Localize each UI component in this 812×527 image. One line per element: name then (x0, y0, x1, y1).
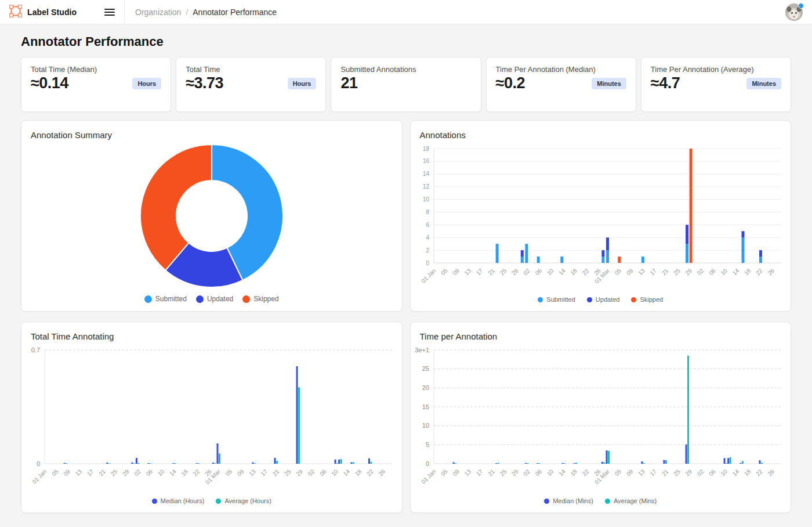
svg-text:0: 0 (425, 460, 429, 467)
svg-text:14: 14 (731, 267, 740, 276)
legend-label: Median (Hours) (161, 497, 205, 504)
legend-label: Average (Mins) (614, 497, 657, 504)
legend-dot (216, 499, 221, 504)
svg-text:21: 21 (487, 468, 496, 477)
svg-text:05: 05 (440, 468, 449, 477)
time-per-annotation-chart[interactable]: 05101520253e+101 Jan05091317212529020610… (411, 322, 792, 514)
breadcrumb: Organization / Annotator Performance (135, 8, 277, 17)
legend-item-skipped[interactable]: Skipped (242, 295, 278, 303)
user-avatar[interactable] (785, 3, 804, 21)
stat-label: Time Per Annotation (Median) (496, 65, 626, 74)
svg-text:25: 25 (498, 267, 507, 276)
svg-text:26: 26 (378, 468, 387, 477)
breadcrumb-organization[interactable]: Organization (135, 8, 181, 17)
stat-time-per-annotation-average: Time Per Annotation (Average) ≈4.7Minute… (641, 57, 791, 112)
annotation-summary-donut-chart[interactable] (21, 121, 403, 312)
breadcrumb-separator: / (186, 8, 188, 17)
legend-item-skipped[interactable]: Skipped (631, 296, 663, 303)
svg-text:05: 05 (613, 267, 622, 276)
unit-badge: Hours (288, 78, 317, 89)
svg-text:21: 21 (660, 267, 669, 276)
svg-text:05: 05 (224, 468, 234, 477)
svg-text:10: 10 (422, 196, 429, 203)
stat-label: Total Time (186, 65, 316, 74)
svg-text:17: 17 (474, 468, 484, 477)
legend-item-submitted[interactable]: Submitted (144, 295, 187, 303)
svg-text:10: 10 (719, 468, 728, 477)
svg-text:29: 29 (121, 468, 130, 477)
svg-text:02: 02 (133, 468, 142, 477)
svg-text:17: 17 (259, 468, 269, 477)
svg-text:02: 02 (695, 468, 705, 477)
legend-dot (587, 297, 592, 302)
brand-name: Label Studio (27, 8, 77, 17)
svg-text:25: 25 (672, 468, 682, 477)
legend-dot (631, 297, 636, 302)
svg-text:22: 22 (365, 468, 375, 477)
svg-text:14: 14 (342, 468, 351, 477)
legend-item-submitted[interactable]: Submitted (538, 296, 575, 303)
legend-item-average-hours-[interactable]: Average (Hours) (216, 497, 271, 504)
legend-dot (242, 295, 250, 303)
svg-text:02: 02 (522, 267, 531, 276)
svg-text:01 Jan: 01 Jan (420, 268, 437, 284)
svg-text:13: 13 (74, 468, 84, 477)
svg-text:29: 29 (510, 267, 519, 276)
topbar-left: Label Studio (0, 0, 125, 24)
svg-text:17: 17 (648, 468, 658, 477)
svg-text:25: 25 (110, 468, 119, 477)
unit-badge: Minutes (592, 78, 626, 89)
svg-text:2: 2 (426, 247, 429, 254)
legend-item-updated[interactable]: Updated (196, 295, 233, 303)
svg-text:22: 22 (192, 468, 201, 477)
charts-grid: Annotation Summary SubmittedUpdatedSkipp… (21, 120, 791, 513)
brand[interactable]: Label Studio (9, 5, 77, 20)
total-time-legend: Median (Hours)Average (Hours) (21, 497, 402, 504)
legend-label: Average (Hours) (224, 497, 271, 504)
svg-text:18: 18 (742, 468, 752, 477)
svg-text:25: 25 (672, 267, 682, 276)
top-bar: Label Studio Organization / Annotator Pe… (0, 0, 812, 24)
svg-text:0: 0 (37, 460, 40, 467)
svg-text:09: 09 (625, 267, 634, 276)
svg-text:17: 17 (474, 267, 484, 276)
svg-text:09: 09 (451, 267, 461, 276)
total-time-annotating-card: Total Time Annotating 0.7001 Jan05091317… (21, 322, 403, 513)
svg-text:6: 6 (426, 222, 429, 228)
svg-text:18: 18 (422, 146, 429, 152)
annotations-card: Annotations 02468101214161801 Jan0509131… (410, 120, 792, 312)
svg-text:16: 16 (422, 158, 429, 164)
legend-item-updated[interactable]: Updated (587, 296, 620, 303)
svg-text:10: 10 (719, 267, 728, 276)
stat-total-time-median: Total Time (Median) ≈0.14Hours (21, 57, 171, 112)
svg-text:06: 06 (318, 468, 328, 477)
annotations-bar-chart[interactable]: 02468101214161801 Jan0509131721252902061… (411, 121, 792, 312)
stat-value: ≈4.7 (651, 74, 680, 92)
svg-text:10: 10 (422, 422, 429, 429)
svg-text:13: 13 (637, 468, 646, 477)
svg-text:21: 21 (660, 468, 669, 477)
svg-text:26: 26 (766, 267, 775, 276)
legend-label: Updated (596, 296, 620, 303)
hamburger-menu-button[interactable] (104, 8, 116, 17)
svg-text:10: 10 (330, 468, 339, 477)
stat-time-per-annotation-median: Time Per Annotation (Median) ≈0.2Minutes (486, 57, 636, 112)
svg-text:14: 14 (168, 468, 177, 477)
svg-text:21: 21 (487, 267, 496, 276)
label-studio-logo-icon (9, 5, 22, 20)
stat-value: ≈0.14 (31, 74, 68, 92)
svg-text:8: 8 (426, 209, 429, 215)
legend-label: Updated (207, 295, 233, 303)
stat-value: 21 (340, 74, 357, 92)
svg-text:01 Jan: 01 Jan (420, 468, 437, 485)
legend-item-median-hours-[interactable]: Median (Hours) (152, 497, 205, 504)
svg-text:06: 06 (145, 468, 154, 477)
stat-label: Total Time (Median) (31, 65, 161, 74)
legend-dot (196, 295, 204, 303)
legend-item-average-mins-[interactable]: Average (Mins) (605, 497, 657, 504)
legend-item-median-mins-[interactable]: Median (Mins) (544, 497, 593, 504)
total-time-annotating-chart[interactable]: 0.7001 Jan050913172125290206101418222601… (21, 322, 403, 514)
unit-badge: Hours (132, 78, 161, 89)
legend-label: Skipped (640, 296, 663, 303)
svg-text:22: 22 (581, 468, 590, 477)
